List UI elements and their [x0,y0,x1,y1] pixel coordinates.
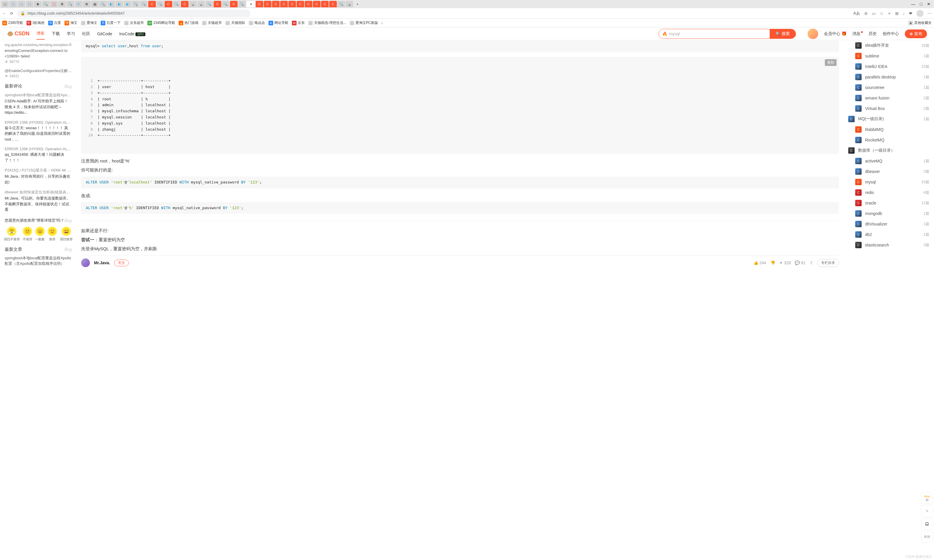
tab[interactable]: 🔍 [156,1,164,7]
nav-messages[interactable]: 消息 [852,31,863,37]
recommendation-option[interactable]: 😤强烈不推荐 [4,227,20,242]
tab[interactable]: ❀ [34,1,42,7]
tab[interactable]: C [296,1,304,7]
nav-vip[interactable]: 会员中心 🎁 [824,31,846,37]
bookmark-item[interactable]: ▢天猫国际 [225,20,245,25]
category-item[interactable]: Csublime1篇 [843,51,934,61]
maximize-button[interactable]: □ [920,2,922,6]
comment-item[interactable]: ERROR 1396 (HY000): Operation ALTE...qq_… [2,145,74,165]
category-item[interactable]: Cdb21篇 [843,229,934,240]
tab[interactable]: 🔍 [173,1,180,7]
tab[interactable]: C [321,1,329,7]
tab[interactable]: 🔍 [42,1,49,7]
tab[interactable]: 🔍 [205,1,213,7]
refresh-button[interactable]: ⟳ [10,11,14,16]
tab[interactable]: ◐ [124,1,131,7]
latest-article[interactable]: springboot本地local配置覆盖远程Apollo配置（含Apollo配… [2,254,74,268]
bookmark-item[interactable]: ▢天猫精选-理想生活... [308,20,346,25]
category-item[interactable]: CIntelliJ IDEA15篇 [843,61,934,72]
bookmark-item[interactable]: JD京东 [292,20,305,25]
favorite-icon[interactable]: ☆ [880,11,883,16]
tab[interactable]: 🔍 [222,1,230,7]
tab[interactable]: 🔍 [338,1,345,7]
tab[interactable]: ⧉ [83,1,91,7]
tab[interactable]: C [256,1,263,7]
nav-create[interactable]: 创作中心 [883,31,899,37]
category-item[interactable]: CRabbitMQ [843,124,934,135]
bookmark-item[interactable]: 淘淘宝 [65,20,77,25]
tab[interactable]: C [230,1,237,7]
category-item[interactable]: C数据库（一级目录） [843,145,934,156]
tab[interactable]: C [305,1,312,7]
category-item[interactable]: CVirtual Box2篇 [843,103,934,114]
edit-tool-button[interactable]: ✎ [921,505,933,517]
bookmark-item[interactable]: ▢唯品会 [249,20,265,25]
comment-item[interactable]: P2415Q / P2715Q显示器：HDMI 4K 60...Mr.Java.… [2,165,74,187]
sidebar-article[interactable]: org.apache.rocketmq.remoting.exception.R… [2,40,74,66]
share-button[interactable]: ⇪ [810,260,813,265]
star-button[interactable]: ✦328 [779,260,791,265]
search-button[interactable]: 🔍搜索 [770,29,796,38]
tab-active[interactable]: ✕ [247,1,255,7]
author-avatar[interactable] [81,258,90,267]
recommendation-option[interactable]: 🙂推荐 [48,227,57,242]
tab[interactable]: C [214,1,221,7]
nav-download[interactable]: 下载 [52,31,60,37]
nav-learn[interactable]: 学习 [67,31,75,37]
tab[interactable]: 🔍 [132,1,140,7]
comment-item[interactable]: springboot本地local配置覆盖远程Apollo...CSDN-Ada… [2,90,74,118]
category-item[interactable]: CactiveMQ1篇 [843,156,934,166]
category-item[interactable]: Cdbeaver3篇 [843,166,934,177]
tab[interactable]: ▢ [1,1,9,7]
bookmark-item[interactable]: 百百度一下 [101,20,120,25]
download-icon[interactable]: ↓ [903,11,905,16]
bookmark-more-icon[interactable]: › [381,21,383,25]
category-item[interactable]: Celasticsearch3篇 [843,240,934,250]
tab[interactable]: ◐ [116,1,123,7]
url-input[interactable]: 🔒 https://blog.csdn.net/q258523454/artic… [17,10,250,17]
collections-icon[interactable]: ⊞ [895,11,899,16]
bookmark-item[interactable]: 折3折疯抢 [26,20,45,25]
tab[interactable]: 🔍 [66,1,74,7]
bookmark-item[interactable]: 🔥热门游戏 [179,20,199,25]
reader-icon[interactable]: Aあ [854,11,860,16]
profile-icon[interactable] [917,10,923,17]
close-button[interactable]: ✕ [927,2,931,6]
publish-button[interactable]: ⊕发布 [905,29,927,38]
user-avatar[interactable] [808,29,818,39]
tab[interactable]: ن [345,1,353,7]
bookmark-item[interactable]: 百百度 [48,20,61,25]
minimize-button[interactable]: — [911,2,916,6]
recommendation-option[interactable]: 😄强烈推荐 [60,227,73,242]
tab[interactable]: ◐ [108,1,115,7]
recommendation-option[interactable]: 😕不推荐 [23,227,32,242]
close-icon[interactable]: ✕ [250,3,252,6]
bookmark-other[interactable]: ▣其他收藏夹 [908,20,932,25]
bookmark-item[interactable]: 232345网址导航 [147,20,175,25]
category-item[interactable]: Csourcetree1篇 [843,82,934,93]
tab[interactable]: ◯ [50,1,58,7]
tab[interactable]: ن [197,1,205,7]
comment-button[interactable]: 💬81 [795,260,806,265]
nav-inscode[interactable]: InsCode GPU [119,31,145,36]
comment-item[interactable]: ERROR 1396 (HY000): Operation ALTE...奋斗亿… [2,118,74,145]
category-item[interactable]: Coracle12篇 [843,198,934,208]
comment-item[interactable]: dbeaver 如何快速定位当前表(链接表编...Mr.Java.: 可以的。你… [2,187,74,215]
new-tab-button[interactable]: + [354,1,361,7]
category-item[interactable]: Cparallels desktop1篇 [843,72,934,82]
tab[interactable]: 🔍 [140,1,148,7]
tab[interactable]: 🔍 [99,1,107,7]
book-icon[interactable]: ▭ [872,11,875,16]
tab[interactable]: ن [189,1,197,7]
tab[interactable]: V [75,1,82,7]
tab[interactable]: C [329,1,337,7]
tab[interactable]: C [288,1,296,7]
tab[interactable]: C [280,1,288,7]
category-item[interactable]: Cmongodb1篇 [843,208,934,219]
ext-icon[interactable]: ✧ [888,11,891,16]
bookmark-item[interactable]: ▢爱淘宝 [81,20,97,25]
bookmark-item[interactable]: ⊕网址导航 [268,20,288,25]
category-item[interactable]: Cidea插件开发16篇 [843,40,934,51]
category-item[interactable]: CdbVisualizer1篇 [843,219,934,229]
category-item[interactable]: CMQ(一级目录)1篇 [843,114,934,124]
